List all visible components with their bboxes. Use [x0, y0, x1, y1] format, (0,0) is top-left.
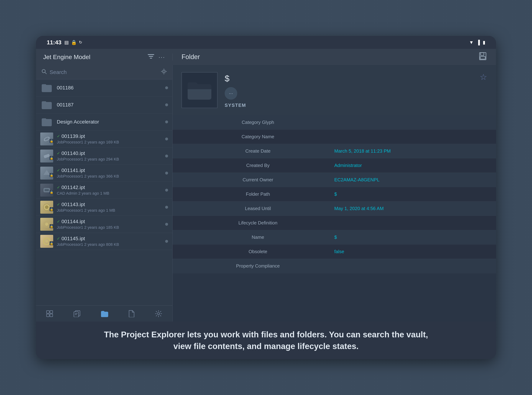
file-dot — [165, 240, 168, 243]
check-icon: ✓ — [57, 134, 60, 139]
status-bar-left: 11:43 ▤ 🔒 ↻ — [47, 39, 82, 46]
file-thumb: 🔒 — [40, 150, 53, 163]
file-thumb: 🔒 — [40, 218, 53, 231]
prop-label: Category Name — [182, 134, 334, 139]
folder-dollar-label: $ — [225, 74, 246, 83]
file-meta: JobProcessor1 2 years ago 185 KB — [57, 225, 165, 230]
prop-row-name: Name $ — [173, 230, 496, 245]
signal-icon: ▐ — [477, 40, 480, 45]
refresh-icon: ↻ — [79, 40, 82, 45]
search-settings-icon[interactable] — [161, 68, 167, 76]
file-name: Design Accelerator — [57, 119, 165, 125]
svg-rect-4 — [481, 53, 484, 55]
prop-label: Category Glyph — [182, 120, 334, 125]
prop-row-lifecycle-definition: Lifecycle Definition — [173, 216, 496, 230]
prop-row-current-owner: Current Owner EC2AMAZ-A8GENPL — [173, 173, 496, 187]
prop-label: Current Owner — [182, 177, 334, 183]
file-name: ✓ 001139.ipt — [57, 133, 165, 139]
list-item[interactable]: 🔒 ✓ 001140.ipt JobProcessor1 2 years ago… — [36, 148, 172, 165]
file-name: ✓ 001141.ipt — [57, 168, 165, 173]
check-icon: ✓ — [57, 168, 60, 173]
system-label: SYSTEM — [225, 103, 246, 108]
file-thumb: 🔒 — [40, 201, 53, 214]
star-button[interactable]: ☆ — [480, 72, 487, 82]
list-item[interactable]: Design Accelerator — [36, 114, 172, 131]
svg-point-8 — [163, 70, 165, 72]
search-input[interactable] — [50, 69, 158, 75]
bottom-toolbar — [36, 305, 172, 322]
check-icon: ✓ — [57, 236, 60, 241]
folder-view-button[interactable] — [101, 310, 108, 317]
caption-line2: view file contents, and manage lifecycle… — [174, 341, 358, 351]
prop-label: Leased Until — [182, 206, 334, 211]
status-bar-right: ▼ ▐ ▮ — [469, 40, 485, 45]
copy-button[interactable] — [73, 310, 80, 317]
grid-view-button[interactable] — [46, 310, 53, 317]
prop-value: $ — [334, 235, 487, 240]
list-item[interactable]: 🔒 ✓ 001142.ipt CAD Admin 2 years ago 1 M… — [36, 182, 172, 199]
file-thumb: 🔒 — [40, 184, 53, 197]
lock-badge: 🔒 — [50, 224, 54, 228]
file-thumb — [40, 115, 53, 128]
check-icon: ✓ — [57, 202, 60, 207]
check-icon: ✓ — [57, 185, 60, 190]
list-item[interactable]: 🔒 ✓ 001143.ipt JobProcessor1 2 years ago… — [36, 199, 172, 216]
svg-marker-17 — [44, 170, 50, 175]
svg-rect-12 — [161, 71, 162, 72]
svg-rect-16 — [44, 154, 50, 158]
prop-row-create-date: Create Date March 5, 2018 at 11:23 PM — [173, 144, 496, 158]
prop-value: Administrator — [334, 163, 487, 168]
svg-rect-10 — [164, 69, 164, 70]
svg-rect-19 — [45, 189, 49, 191]
lock-badge: 🔒 — [50, 241, 54, 245]
prop-row-obsolete: Obsolete false — [173, 245, 496, 259]
filter-button[interactable] — [148, 54, 154, 60]
sim-card-icon: ▤ — [64, 40, 69, 45]
check-icon: ✓ — [57, 219, 60, 224]
file-name: ✓ 001143.ipt — [57, 202, 165, 207]
file-view-button[interactable] — [129, 310, 134, 317]
lock-icon: 🔒 — [71, 40, 77, 45]
lock-badge: 🔒 — [50, 139, 54, 143]
more-options-button[interactable]: ··· — [225, 87, 237, 100]
save-button[interactable] — [478, 52, 487, 62]
main-content: 001186 001187 — [36, 65, 496, 322]
file-info: ✓ 001140.ipt JobProcessor1 2 years ago 2… — [57, 150, 165, 162]
lock-badge: 🔒 — [50, 173, 54, 177]
list-item[interactable]: 🔒 ✓ 001141.ipt JobProcessor1 2 years ago… — [36, 165, 172, 182]
svg-rect-2 — [150, 58, 152, 59]
file-name: ✓ 001142.ipt — [57, 185, 165, 190]
list-item[interactable]: 001187 — [36, 96, 172, 114]
prop-label: Name — [182, 235, 334, 240]
prop-value: May 1, 2020 at 4:56 AM — [334, 206, 487, 211]
prop-value: March 5, 2018 at 11:23 PM — [334, 148, 487, 154]
right-panel: $ ··· SYSTEM ☆ Category Glyph — [173, 65, 496, 322]
wifi-icon: ▼ — [469, 40, 474, 45]
file-meta: JobProcessor1 2 years ago 1 MB — [57, 208, 165, 213]
device-frame: 11:43 ▤ 🔒 ↻ ▼ ▐ ▮ Jet Engine Model — [36, 36, 496, 359]
prop-label: Create Date — [182, 148, 334, 154]
folder-info-block: $ ··· SYSTEM — [225, 72, 246, 108]
list-item[interactable]: 001186 — [36, 79, 172, 96]
file-meta: CAD Admin 2 years ago 1 MB — [57, 191, 165, 196]
prop-row-created-by: Created By Administrator — [173, 158, 496, 173]
file-list: 001186 001187 — [36, 79, 172, 305]
file-thumb: 🔒 — [40, 167, 53, 180]
app-title: Jet Engine Model — [43, 54, 90, 60]
prop-label: Created By — [182, 163, 334, 168]
lock-badge: 🔒 — [50, 156, 54, 160]
file-dot — [165, 189, 168, 192]
more-button[interactable]: ··· — [158, 54, 165, 60]
prop-label: Folder Path — [182, 191, 334, 197]
prop-row-folder-path: Folder Path $ — [173, 187, 496, 202]
file-meta: JobProcessor1 2 years ago 808 KB — [57, 242, 165, 247]
list-item[interactable]: 🔒 ✓ 001139.ipt JobProcessor1 2 years ago… — [36, 131, 172, 148]
list-item[interactable]: 🔒 ✓ 001145.ipt JobProcessor1 2 years ago… — [36, 233, 172, 250]
search-icon — [41, 69, 47, 75]
top-header: Jet Engine Model ··· Folder — [36, 49, 496, 65]
svg-point-34 — [157, 313, 160, 315]
file-info: ✓ 001142.ipt CAD Admin 2 years ago 1 MB — [57, 185, 165, 196]
list-item[interactable]: 🔒 ✓ 001144.ipt JobProcessor1 2 years ago… — [36, 216, 172, 233]
file-dot — [165, 137, 168, 140]
settings-button[interactable] — [155, 310, 162, 317]
